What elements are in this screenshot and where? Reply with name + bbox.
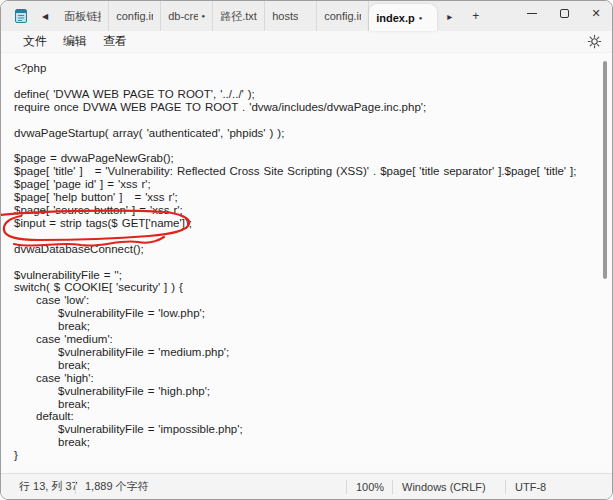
tab-label: db-cre: [168, 10, 197, 22]
cursor-position: 行 13, 列 37: [19, 479, 75, 494]
tab-label: index.p: [376, 12, 415, 24]
menu-file[interactable]: 文件: [15, 31, 55, 52]
unsaved-dot-icon: ●: [202, 13, 206, 19]
tab-item[interactable]: 路径.txt: [213, 1, 265, 31]
tab-item[interactable]: config.inc.ph: [109, 1, 161, 31]
close-icon: ✕: [591, 7, 600, 20]
new-tab-button[interactable]: +: [462, 1, 489, 31]
tab-item[interactable]: db-cre●: [161, 1, 213, 31]
unsaved-dot-icon: ●: [419, 15, 423, 21]
encoding[interactable]: UTF-8: [506, 481, 612, 493]
maximize-icon: [560, 9, 569, 18]
tabbar-left: ◀: [1, 1, 57, 31]
tab-scroll-right-icon[interactable]: ▸: [437, 1, 462, 31]
tab-label: config.inc.ph: [116, 10, 153, 22]
tab-label: config.inc.ph: [324, 10, 361, 22]
tab-item[interactable]: hosts: [265, 1, 317, 31]
zoom-level[interactable]: 100%: [347, 481, 392, 493]
minimize-button[interactable]: [516, 1, 548, 25]
line-ending[interactable]: Windows (CRLF): [393, 481, 505, 493]
minimize-icon: [527, 13, 537, 14]
close-button[interactable]: ✕: [580, 1, 612, 25]
horizontal-scrollbar-track[interactable]: [1, 464, 612, 473]
editor-area: <?php define( 'DVWA WEB PAGE TO ROOT', '…: [1, 53, 612, 464]
menu-bar: 文件 编辑 查看: [1, 31, 612, 53]
tab-bar: ◀ 面板链接config.inc.phdb-cre●路径.txthostscon…: [1, 1, 612, 31]
maximize-button[interactable]: [548, 1, 580, 25]
character-count: 1,889 个字符: [76, 479, 158, 494]
tab-label: 路径.txt: [220, 9, 257, 24]
vertical-scrollbar-thumb[interactable]: [603, 61, 607, 279]
notepad-app-icon: [13, 8, 29, 24]
tab-scroll-left-icon[interactable]: ◀: [39, 10, 51, 23]
code-editor[interactable]: <?php define( 'DVWA WEB PAGE TO ROOT', '…: [1, 53, 612, 462]
tab-strip: 面板链接config.inc.phdb-cre●路径.txthostsconfi…: [57, 1, 437, 31]
tab-item[interactable]: config.inc.ph: [317, 1, 369, 31]
tab-label: hosts: [272, 10, 298, 22]
tab-label: 面板链接: [64, 9, 101, 24]
menu-view[interactable]: 查看: [95, 31, 135, 52]
window-controls: ✕: [516, 1, 612, 31]
settings-gear-icon[interactable]: [587, 34, 602, 49]
tab-item[interactable]: 面板链接: [57, 1, 109, 31]
status-bar: 行 13, 列 37 1,889 个字符 100% Windows (CRLF)…: [1, 473, 612, 499]
tab-item[interactable]: index.p●: [369, 4, 437, 31]
notepad-window: ◀ 面板链接config.inc.phdb-cre●路径.txthostscon…: [0, 0, 613, 500]
menu-edit[interactable]: 编辑: [55, 31, 95, 52]
